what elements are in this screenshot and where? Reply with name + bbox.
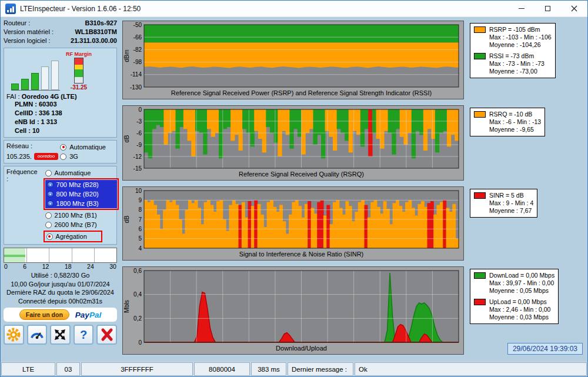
svg-text:-82: -82 — [133, 46, 142, 53]
signal-bar — [11, 84, 19, 90]
radio-icon[interactable] — [60, 154, 66, 160]
network-option-3g[interactable]: 3G — [58, 152, 114, 161]
svg-text:0: 0 — [138, 106, 142, 113]
donate-button[interactable]: Faire un don — [19, 309, 69, 320]
sinr-mean: Moyenne : 7,67 — [489, 207, 533, 215]
sinr-minmax: Max : 9 - Min : 4 — [489, 199, 533, 207]
rf-margin-label: RF Margin — [66, 51, 92, 57]
exit-icon — [100, 328, 114, 342]
rsrp-mean: Moyenne : -104,26 — [489, 41, 552, 49]
help-button[interactable]: ? — [74, 325, 94, 345]
fai-row: FAI : Ooredoo 4G (LTE) — [6, 93, 114, 100]
frequency-option-2100[interactable]: 2100 Mhz (B1) — [44, 211, 119, 220]
frequency-option-automatique[interactable]: Automatique — [44, 168, 119, 178]
signal-bar — [51, 61, 59, 90]
rsrp-current: RSRP = -105 dBm — [489, 26, 552, 34]
svg-text:-12: -12 — [133, 154, 142, 160]
scale-tick: 30 — [109, 263, 116, 270]
signal-bar — [41, 66, 49, 90]
frequency-option-agregation[interactable]: Agrégation — [44, 231, 102, 242]
speedtest-button[interactable] — [27, 325, 48, 345]
title-bar: LTEInspecteur - Version 1.6.06 - 12:50 — [1, 1, 587, 17]
cell-value: Cell : 10 — [6, 126, 114, 135]
rsrp-rssi-legend: RSRP = -105 dBm Max : -103 - Min : -106 … — [470, 23, 556, 78]
svg-text:Reference Signal Received Powe: Reference Signal Received Power (RSRP) a… — [171, 89, 432, 96]
network-option-label: Automatique — [69, 142, 106, 152]
network-ip: 105.235. — [6, 153, 32, 160]
expand-button[interactable] — [50, 325, 71, 345]
radio-icon[interactable] — [47, 191, 54, 198]
charts-area: -50-66-82-98-114-130dBmReference Signal … — [120, 17, 587, 362]
window-title: LTEInspecteur - Version 1.6.06 - 12:50 — [20, 5, 141, 13]
hw-version-label: Version matériel : — [4, 28, 54, 36]
rssi-current: RSSI = -73 dBm — [489, 52, 544, 60]
status-network-type: LTE — [1, 362, 55, 376]
svg-text:dBm: dBm — [123, 49, 130, 62]
scale-tick: 24 — [87, 263, 94, 270]
radio-icon[interactable] — [45, 212, 52, 219]
upload-minmax: Max : 2,46 - Min : 0,00 — [489, 306, 550, 313]
network-option-label: 3G — [69, 152, 78, 161]
selected-bands-highlight: 700 Mhz (B28) 800 Mhz (B20) 1800 Mhz (B3… — [44, 178, 119, 210]
scale-tick: 18 — [65, 263, 72, 270]
operator-logo: ooredoo — [34, 153, 58, 160]
svg-text:-6: -6 — [136, 130, 142, 136]
status-bar: LTE 03 3FFFFFFF 8080004 383 ms Dernier m… — [1, 362, 587, 376]
frequency-option-label: 1800 Mhz (B3) — [56, 199, 99, 208]
minimize-button[interactable] — [508, 1, 534, 16]
status-last-message-label: Dernier message : — [288, 362, 353, 376]
sw-version-label: Version logiciel : — [4, 36, 51, 45]
donate-area: Faire un don PayPal — [4, 308, 117, 322]
quota-used: Utilisé : 0,582/30 Go — [4, 271, 117, 280]
quota-daily: 10,00 Go/jour jusqu'au 01/07/2024 — [4, 280, 117, 289]
radio-icon[interactable] — [45, 170, 52, 176]
network-option-automatique[interactable]: Automatique — [58, 142, 114, 152]
network-groupbox: Réseau : 105.235. ooredoo Automatique — [4, 140, 117, 164]
download-minmax: Max : 39,97 - Min : 0,00 — [489, 279, 554, 287]
arrows-icon — [53, 328, 67, 342]
maximize-button[interactable] — [534, 1, 561, 16]
exit-button[interactable] — [96, 325, 117, 345]
radio-icon[interactable] — [60, 144, 66, 151]
close-icon — [571, 5, 577, 12]
radio-icon[interactable] — [46, 233, 53, 240]
scale-tick: 0 — [4, 263, 8, 270]
radio-icon[interactable] — [47, 182, 54, 188]
rsrq-minmax: Max : -6 - Min : -13 — [489, 118, 541, 126]
plmn-value: PLMN : 60303 — [6, 100, 114, 109]
frequency-option-2600[interactable]: 2600 Mhz (B7) — [44, 220, 119, 229]
svg-text:Reference Signal Received Qual: Reference Signal Received Quality (RSRQ) — [239, 171, 364, 178]
router-row: Routeur : B310s-927 — [4, 19, 117, 28]
help-icon: ? — [80, 328, 87, 342]
toolbar: ? — [4, 325, 117, 345]
frequency-option-800[interactable]: 800 Mhz (B20) — [45, 189, 117, 199]
rf-margin-gauge — [74, 58, 83, 84]
radio-icon[interactable] — [45, 222, 52, 228]
radio-icon[interactable] — [47, 201, 54, 207]
sinr-current: SINR = 5 dB — [489, 192, 533, 199]
quota-scale: 0 6 12 18 24 30 — [4, 263, 117, 270]
sinr-legend: SINR = 5 dB Max : 9 - Min : 4 Moyenne : … — [470, 189, 537, 218]
close-button[interactable] — [561, 1, 587, 16]
paypal-logo[interactable]: PayPal — [75, 311, 101, 319]
frequency-option-700[interactable]: 700 Mhz (B28) — [45, 180, 117, 189]
svg-text:6: 6 — [138, 226, 142, 232]
hw-version-value: WL1B8310TM — [75, 28, 117, 36]
cellid-value: CellID : 336 138 — [6, 109, 114, 118]
speedometer-icon — [29, 327, 45, 342]
quota-meter-core — [4, 255, 25, 257]
settings-button[interactable] — [4, 325, 24, 345]
sinr-chart: 10987654dBSignal to Interference & Noise… — [122, 186, 464, 261]
router-label: Routeur : — [4, 19, 30, 28]
fai-value: Ooredoo 4G (LTE) — [22, 93, 77, 100]
status-band-mask: 3FFFFFFF — [81, 362, 193, 376]
router-value: B310s-927 — [85, 19, 117, 28]
svg-text:8: 8 — [138, 206, 142, 213]
datetime-display: 29/06/2024 19:39:03 — [507, 343, 583, 355]
upload-mean: Moyenne : 0,03 Mbps — [489, 313, 550, 321]
upload-swatch — [474, 299, 486, 305]
quota-reset: Dernière RAZ du quota le 29/06/2024 — [4, 288, 117, 297]
frequency-option-1800[interactable]: 1800 Mhz (B3) — [45, 199, 117, 208]
svg-text:0: 0 — [138, 339, 142, 346]
svg-text:4: 4 — [138, 245, 142, 252]
